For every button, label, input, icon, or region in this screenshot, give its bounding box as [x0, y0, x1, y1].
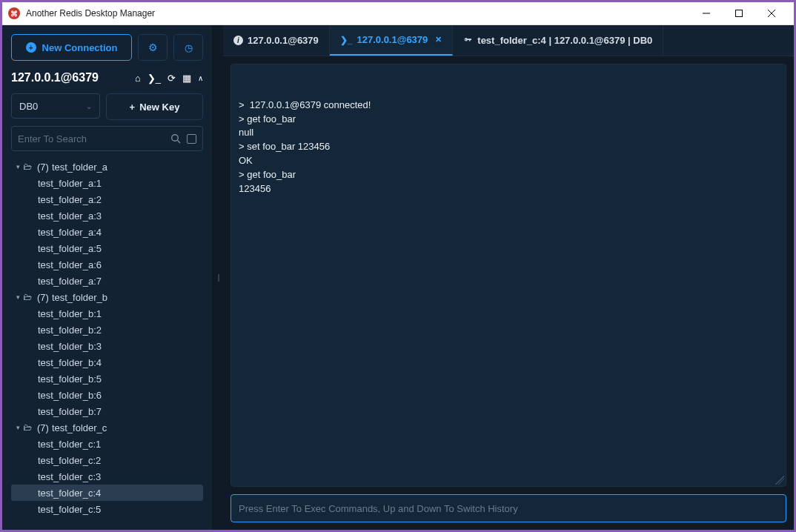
close-button[interactable]: [755, 2, 788, 24]
svg-point-4: [172, 135, 179, 142]
pane-resizer[interactable]: ||: [213, 25, 223, 530]
tree-folder[interactable]: ▾🗁(7)test_folder_c: [11, 419, 203, 436]
main-area: i127.0.0.1@6379❯_127.0.0.1@6379✕test_fol…: [223, 25, 794, 530]
folder-open-icon: 🗁: [23, 292, 32, 302]
tree-key[interactable]: test_folder_b:4: [11, 354, 203, 370]
folder-open-icon: 🗁: [23, 162, 32, 172]
info-icon: i: [233, 36, 243, 45]
tree-key[interactable]: test_folder_c:4: [11, 485, 203, 501]
window-title: Another Redis Desktop Manager: [26, 8, 690, 19]
console-panel: > 127.0.0.1@6379 connected!> get foo_bar…: [223, 56, 794, 530]
tree-key[interactable]: test_folder_b:2: [11, 322, 203, 338]
search-wrap: [11, 126, 203, 151]
terminal-icon: ❯_: [340, 35, 353, 45]
caret-down-icon: ▾: [13, 293, 23, 301]
app-window: ⌘ Another Redis Desktop Manager + New Co…: [2, 2, 794, 530]
folder-name: test_folder_b: [52, 292, 107, 303]
tree-key[interactable]: test_folder_c:3: [11, 468, 203, 485]
grid-icon[interactable]: ▦: [182, 73, 191, 84]
minimize-button[interactable]: [690, 2, 723, 24]
tab[interactable]: ❯_127.0.0.1@6379✕: [330, 25, 454, 56]
reload-icon[interactable]: ⟳: [168, 73, 176, 84]
minimize-icon: [703, 10, 710, 17]
console-line: > get foo_bar: [239, 113, 778, 127]
search-icon[interactable]: [170, 133, 181, 144]
console-line: > set foo_bar 123456: [239, 140, 778, 154]
collapse-icon[interactable]: ∧: [198, 74, 203, 82]
app-icon: ⌘: [8, 7, 20, 19]
new-key-label: New Key: [139, 102, 179, 113]
svg-line-5: [177, 140, 180, 143]
resize-grip-icon[interactable]: [775, 476, 784, 485]
tab-label: test_folder_c:4 | 127.0.0.1@6379 | DB0: [477, 35, 652, 46]
db-select[interactable]: DB0 ⌄: [11, 93, 100, 119]
folder-count: (7): [37, 292, 49, 303]
tree-key[interactable]: test_folder_a:2: [11, 191, 203, 207]
exact-match-toggle[interactable]: [187, 134, 196, 144]
tree-key[interactable]: test_folder_a:4: [11, 224, 203, 240]
connection-header[interactable]: 127.0.0.1@6379 ⌂ ❯_ ⟳ ▦ ∧: [11, 71, 203, 84]
folder-name: test_folder_a: [52, 162, 107, 173]
console-input-wrap: [230, 494, 786, 522]
tab-label: 127.0.0.1@6379: [357, 34, 428, 45]
tab[interactable]: test_folder_c:4 | 127.0.0.1@6379 | DB0: [453, 25, 663, 56]
tree-key[interactable]: test_folder_a:3: [11, 207, 203, 224]
console-output: > 127.0.0.1@6379 connected!> get foo_bar…: [230, 64, 786, 487]
gear-icon: ⚙: [148, 41, 158, 53]
terminal-icon[interactable]: ❯_: [147, 73, 161, 84]
title-bar: ⌘ Another Redis Desktop Manager: [2, 2, 794, 25]
console-line: null: [239, 126, 778, 140]
console-line: > get foo_bar: [239, 168, 778, 182]
settings-button[interactable]: ⚙: [138, 34, 168, 61]
new-connection-button[interactable]: + New Connection: [11, 34, 132, 61]
folder-count: (7): [37, 162, 49, 173]
tree-key[interactable]: test_folder_b:6: [11, 387, 203, 403]
db-selected-label: DB0: [19, 101, 38, 112]
chevron-down-icon: ⌄: [86, 102, 92, 110]
connection-title: 127.0.0.1@6379: [11, 71, 99, 84]
caret-down-icon: ▾: [13, 163, 23, 170]
tree-key[interactable]: test_folder_a:6: [11, 256, 203, 273]
maximize-icon: [735, 10, 743, 17]
tree-key[interactable]: test_folder_a:7: [11, 273, 203, 289]
close-icon: [768, 10, 775, 17]
key-icon: [463, 36, 473, 45]
folder-name: test_folder_c: [52, 422, 107, 433]
new-connection-label: New Connection: [42, 42, 118, 53]
console-input[interactable]: [239, 503, 778, 514]
caret-down-icon: ▾: [13, 424, 23, 431]
tree-key[interactable]: test_folder_b:1: [11, 305, 203, 322]
console-line: OK: [239, 154, 778, 168]
tree-folder[interactable]: ▾🗁(7)test_folder_b: [11, 289, 203, 305]
home-icon[interactable]: ⌂: [135, 73, 141, 84]
maximize-button[interactable]: [723, 2, 755, 24]
plus-icon: +: [26, 42, 36, 53]
console-line: 123456: [239, 182, 778, 196]
tab-label: 127.0.0.1@6379: [248, 35, 319, 46]
key-tree: ▾🗁(7)test_folder_atest_folder_a:1test_fo…: [11, 159, 203, 530]
tree-key[interactable]: test_folder_a:1: [11, 175, 203, 191]
tree-key[interactable]: test_folder_a:5: [11, 240, 203, 256]
search-input[interactable]: [18, 133, 166, 144]
tab-close-icon[interactable]: ✕: [435, 35, 442, 44]
tab-bar: i127.0.0.1@6379❯_127.0.0.1@6379✕test_fol…: [223, 25, 794, 56]
new-key-button[interactable]: New Key: [106, 93, 203, 120]
tree-key[interactable]: test_folder_b:3: [11, 338, 203, 354]
tree-key[interactable]: test_folder_b:7: [11, 403, 203, 419]
folder-count: (7): [37, 422, 49, 433]
tree-folder[interactable]: ▾🗁(7)test_folder_a: [11, 159, 203, 175]
tab[interactable]: i127.0.0.1@6379: [223, 25, 330, 56]
history-button[interactable]: ◷: [173, 34, 203, 61]
tree-key[interactable]: test_folder_c:5: [11, 501, 203, 517]
clock-icon: ◷: [185, 42, 193, 53]
sidebar: + New Connection ⚙ ◷ 127.0.0.1@6379 ⌂ ❯_…: [2, 25, 213, 530]
tree-key[interactable]: test_folder_b:5: [11, 370, 203, 387]
tree-key[interactable]: test_folder_c:1: [11, 436, 203, 452]
console-line: > 127.0.0.1@6379 connected!: [239, 99, 778, 113]
folder-open-icon: 🗁: [23, 422, 32, 433]
svg-rect-1: [736, 10, 743, 17]
tree-key[interactable]: test_folder_c:2: [11, 452, 203, 468]
